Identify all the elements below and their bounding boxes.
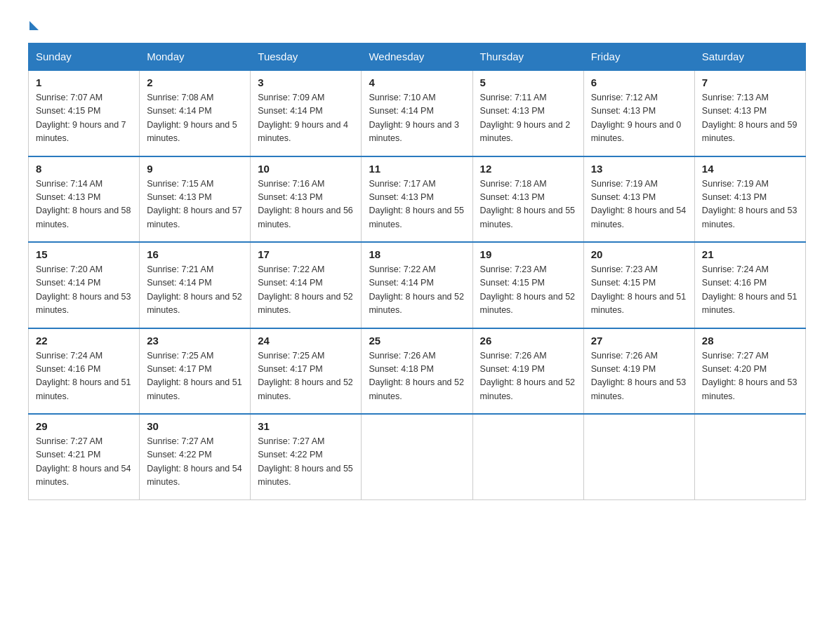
calendar-day-cell: 23Sunrise: 7:25 AMSunset: 4:17 PMDayligh…: [140, 328, 251, 415]
day-number: 3: [258, 76, 354, 88]
calendar-day-cell: [583, 414, 694, 499]
weekday-header-tuesday: Tuesday: [251, 43, 362, 71]
weekday-header-sunday: Sunday: [29, 43, 140, 71]
day-info: Sunrise: 7:19 AMSunset: 4:13 PMDaylight:…: [702, 177, 798, 232]
day-info: Sunrise: 7:24 AMSunset: 4:16 PMDaylight:…: [36, 349, 132, 404]
day-info: Sunrise: 7:22 AMSunset: 4:14 PMDaylight:…: [258, 263, 354, 318]
calendar-day-cell: 26Sunrise: 7:26 AMSunset: 4:19 PMDayligh…: [472, 328, 583, 415]
day-number: 4: [369, 76, 465, 88]
day-number: 26: [480, 335, 576, 347]
calendar-day-cell: 16Sunrise: 7:21 AMSunset: 4:14 PMDayligh…: [140, 242, 251, 328]
weekday-header-row: SundayMondayTuesdayWednesdayThursdayFrid…: [29, 43, 806, 71]
weekday-header-saturday: Saturday: [694, 43, 805, 71]
day-info: Sunrise: 7:27 AMSunset: 4:20 PMDaylight:…: [702, 349, 798, 404]
day-info: Sunrise: 7:14 AMSunset: 4:13 PMDaylight:…: [36, 177, 132, 232]
day-info: Sunrise: 7:07 AMSunset: 4:15 PMDaylight:…: [36, 91, 132, 146]
day-info: Sunrise: 7:26 AMSunset: 4:18 PMDaylight:…: [369, 349, 465, 404]
calendar-day-cell: 4Sunrise: 7:10 AMSunset: 4:14 PMDaylight…: [362, 70, 472, 156]
day-info: Sunrise: 7:08 AMSunset: 4:14 PMDaylight:…: [147, 91, 243, 146]
calendar-day-cell: 8Sunrise: 7:14 AMSunset: 4:13 PMDaylight…: [29, 156, 140, 243]
calendar-day-cell: 9Sunrise: 7:15 AMSunset: 4:13 PMDaylight…: [140, 156, 251, 243]
logo: [28, 21, 39, 29]
day-number: 6: [591, 76, 687, 88]
calendar-day-cell: 2Sunrise: 7:08 AMSunset: 4:14 PMDaylight…: [140, 70, 251, 156]
day-info: Sunrise: 7:27 AMSunset: 4:22 PMDaylight:…: [258, 435, 354, 490]
weekday-header-friday: Friday: [583, 43, 694, 71]
day-info: Sunrise: 7:19 AMSunset: 4:13 PMDaylight:…: [591, 177, 687, 232]
calendar-day-cell: 12Sunrise: 7:18 AMSunset: 4:13 PMDayligh…: [472, 156, 583, 243]
calendar-day-cell: 14Sunrise: 7:19 AMSunset: 4:13 PMDayligh…: [694, 156, 805, 243]
calendar-day-cell: 5Sunrise: 7:11 AMSunset: 4:13 PMDaylight…: [472, 70, 583, 156]
day-number: 28: [702, 335, 798, 347]
calendar-day-cell: 3Sunrise: 7:09 AMSunset: 4:14 PMDaylight…: [251, 70, 362, 156]
calendar-week-row: 1Sunrise: 7:07 AMSunset: 4:15 PMDaylight…: [29, 70, 806, 156]
calendar-day-cell: 21Sunrise: 7:24 AMSunset: 4:16 PMDayligh…: [694, 242, 805, 328]
day-number: 17: [258, 248, 354, 260]
calendar-week-row: 29Sunrise: 7:27 AMSunset: 4:21 PMDayligh…: [29, 414, 806, 499]
day-number: 27: [591, 335, 687, 347]
calendar-day-cell: 7Sunrise: 7:13 AMSunset: 4:13 PMDaylight…: [694, 70, 805, 156]
day-info: Sunrise: 7:13 AMSunset: 4:13 PMDaylight:…: [702, 91, 798, 146]
day-number: 12: [480, 163, 576, 175]
calendar-week-row: 22Sunrise: 7:24 AMSunset: 4:16 PMDayligh…: [29, 328, 806, 415]
day-info: Sunrise: 7:11 AMSunset: 4:13 PMDaylight:…: [480, 91, 576, 146]
calendar-day-cell: 1Sunrise: 7:07 AMSunset: 4:15 PMDaylight…: [29, 70, 140, 156]
day-number: 24: [258, 335, 354, 347]
calendar-day-cell: 19Sunrise: 7:23 AMSunset: 4:15 PMDayligh…: [472, 242, 583, 328]
calendar-day-cell: 31Sunrise: 7:27 AMSunset: 4:22 PMDayligh…: [251, 414, 362, 499]
day-number: 10: [258, 163, 354, 175]
day-number: 18: [369, 248, 465, 260]
day-info: Sunrise: 7:23 AMSunset: 4:15 PMDaylight:…: [591, 263, 687, 318]
calendar-day-cell: 11Sunrise: 7:17 AMSunset: 4:13 PMDayligh…: [362, 156, 472, 243]
day-info: Sunrise: 7:17 AMSunset: 4:13 PMDaylight:…: [369, 177, 465, 232]
calendar-day-cell: 25Sunrise: 7:26 AMSunset: 4:18 PMDayligh…: [362, 328, 472, 415]
weekday-header-thursday: Thursday: [472, 43, 583, 71]
day-info: Sunrise: 7:18 AMSunset: 4:13 PMDaylight:…: [480, 177, 576, 232]
day-info: Sunrise: 7:21 AMSunset: 4:14 PMDaylight:…: [147, 263, 243, 318]
calendar-day-cell: 10Sunrise: 7:16 AMSunset: 4:13 PMDayligh…: [251, 156, 362, 243]
day-number: 1: [36, 76, 132, 88]
day-number: 8: [36, 163, 132, 175]
day-number: 14: [702, 163, 798, 175]
calendar-day-cell: 17Sunrise: 7:22 AMSunset: 4:14 PMDayligh…: [251, 242, 362, 328]
day-info: Sunrise: 7:25 AMSunset: 4:17 PMDaylight:…: [258, 349, 354, 404]
calendar-day-cell: [694, 414, 805, 499]
day-number: 11: [369, 163, 465, 175]
calendar-week-row: 8Sunrise: 7:14 AMSunset: 4:13 PMDaylight…: [29, 156, 806, 243]
calendar-day-cell: 28Sunrise: 7:27 AMSunset: 4:20 PMDayligh…: [694, 328, 805, 415]
day-number: 5: [480, 76, 576, 88]
weekday-header-wednesday: Wednesday: [362, 43, 472, 71]
calendar-day-cell: [362, 414, 472, 499]
calendar-day-cell: 15Sunrise: 7:20 AMSunset: 4:14 PMDayligh…: [29, 242, 140, 328]
day-info: Sunrise: 7:25 AMSunset: 4:17 PMDaylight:…: [147, 349, 243, 404]
day-number: 2: [147, 76, 243, 88]
calendar-day-cell: 18Sunrise: 7:22 AMSunset: 4:14 PMDayligh…: [362, 242, 472, 328]
day-info: Sunrise: 7:15 AMSunset: 4:13 PMDaylight:…: [147, 177, 243, 232]
calendar-day-cell: 6Sunrise: 7:12 AMSunset: 4:13 PMDaylight…: [583, 70, 694, 156]
day-info: Sunrise: 7:27 AMSunset: 4:21 PMDaylight:…: [36, 435, 132, 490]
day-number: 16: [147, 248, 243, 260]
day-number: 22: [36, 335, 132, 347]
day-info: Sunrise: 7:12 AMSunset: 4:13 PMDaylight:…: [591, 91, 687, 146]
day-number: 20: [591, 248, 687, 260]
day-number: 7: [702, 76, 798, 88]
day-number: 31: [258, 420, 354, 432]
calendar-day-cell: 20Sunrise: 7:23 AMSunset: 4:15 PMDayligh…: [583, 242, 694, 328]
calendar-day-cell: 29Sunrise: 7:27 AMSunset: 4:21 PMDayligh…: [29, 414, 140, 499]
calendar-table: SundayMondayTuesdayWednesdayThursdayFrid…: [28, 43, 806, 500]
day-number: 25: [369, 335, 465, 347]
day-info: Sunrise: 7:10 AMSunset: 4:14 PMDaylight:…: [369, 91, 465, 146]
calendar-day-cell: 30Sunrise: 7:27 AMSunset: 4:22 PMDayligh…: [140, 414, 251, 499]
calendar-day-cell: 13Sunrise: 7:19 AMSunset: 4:13 PMDayligh…: [583, 156, 694, 243]
day-info: Sunrise: 7:09 AMSunset: 4:14 PMDaylight:…: [258, 91, 354, 146]
day-number: 30: [147, 420, 243, 432]
day-info: Sunrise: 7:27 AMSunset: 4:22 PMDaylight:…: [147, 435, 243, 490]
day-info: Sunrise: 7:26 AMSunset: 4:19 PMDaylight:…: [480, 349, 576, 404]
calendar-day-cell: 27Sunrise: 7:26 AMSunset: 4:19 PMDayligh…: [583, 328, 694, 415]
day-number: 21: [702, 248, 798, 260]
day-number: 13: [591, 163, 687, 175]
calendar-day-cell: 22Sunrise: 7:24 AMSunset: 4:16 PMDayligh…: [29, 328, 140, 415]
day-info: Sunrise: 7:24 AMSunset: 4:16 PMDaylight:…: [702, 263, 798, 318]
day-number: 15: [36, 248, 132, 260]
day-info: Sunrise: 7:26 AMSunset: 4:19 PMDaylight:…: [591, 349, 687, 404]
